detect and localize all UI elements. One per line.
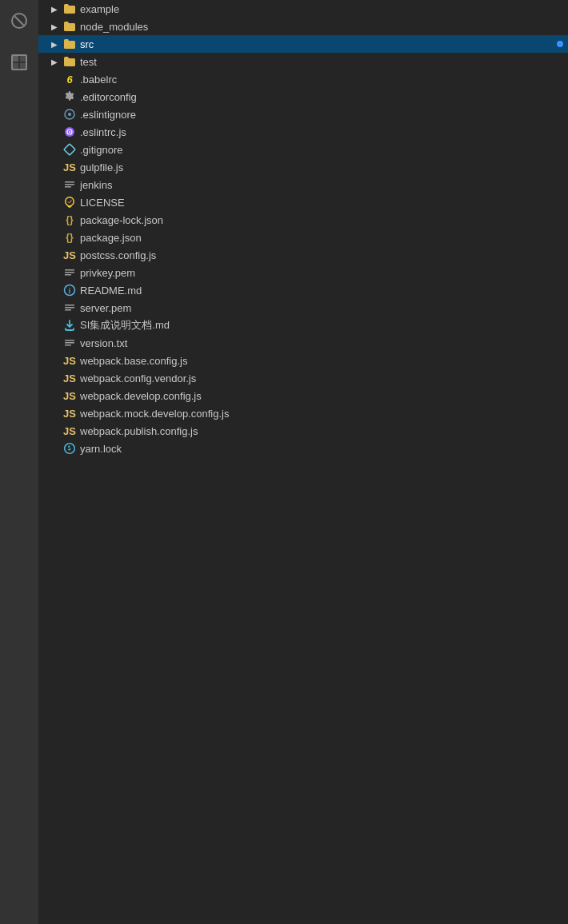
no-arrow <box>48 108 61 121</box>
file-postcss[interactable]: JS postcss.config.js <box>38 246 568 264</box>
file-label: src <box>80 38 557 50</box>
svg-rect-24 <box>65 340 74 341</box>
svg-rect-17 <box>65 272 74 273</box>
no-arrow <box>48 301 61 314</box>
file-label: version.txt <box>80 337 568 349</box>
text-icon <box>62 265 77 280</box>
no-arrow <box>48 266 61 279</box>
collapse-arrow: ▶ <box>48 20 61 33</box>
file-privkey[interactable]: privkey.pem <box>38 264 568 281</box>
file-gulpfile[interactable]: JS gulpfile.js <box>38 158 568 176</box>
no-arrow <box>48 424 61 437</box>
file-label: SI集成说明文档.md <box>80 318 568 333</box>
file-eslintrc[interactable]: .eslintrc.js <box>38 123 568 141</box>
file-label: example <box>80 3 568 15</box>
file-webpack-mock[interactable]: JS webpack.mock.develop.config.js <box>38 404 568 422</box>
file-label: .eslintrc.js <box>80 126 568 138</box>
no-arrow <box>48 442 61 455</box>
file-jenkins[interactable]: jenkins <box>38 176 568 193</box>
no-arrow <box>48 284 61 297</box>
file-label: webpack.mock.develop.config.js <box>80 408 568 420</box>
file-package-json[interactable]: {} package.json <box>38 229 568 246</box>
svg-rect-26 <box>65 345 71 346</box>
file-label: .gitignore <box>80 144 568 156</box>
file-license[interactable]: LICENSE <box>38 193 568 211</box>
file-server-pem[interactable]: server.pem <box>38 299 568 317</box>
readme-icon: i <box>62 283 77 297</box>
file-webpack-develop[interactable]: JS webpack.develop.config.js <box>38 387 568 404</box>
no-arrow <box>48 90 61 103</box>
file-label: package.json <box>80 232 568 244</box>
collapse-arrow: ▶ <box>48 2 61 15</box>
file-label: privkey.pem <box>80 267 568 279</box>
file-label: webpack.develop.config.js <box>80 390 568 402</box>
file-version[interactable]: version.txt <box>38 334 568 352</box>
no-arrow <box>48 213 61 226</box>
folder-node-modules[interactable]: ▶ node_modules <box>38 18 568 35</box>
file-label: LICENSE <box>80 197 568 209</box>
collapse-arrow: ▶ <box>48 55 61 68</box>
file-si-doc[interactable]: SI集成说明文档.md <box>38 317 568 334</box>
svg-point-11 <box>69 131 70 133</box>
file-webpack-base[interactable]: JS webpack.base.config.js <box>38 352 568 369</box>
svg-rect-16 <box>65 269 74 271</box>
license-icon <box>62 195 77 209</box>
svg-rect-14 <box>65 184 74 185</box>
folder-icon <box>62 19 77 34</box>
file-label: .editorconfig <box>80 91 568 103</box>
file-label: README.md <box>80 285 568 297</box>
file-yarn-lock[interactable]: yarn.lock <box>38 440 568 457</box>
json-icon: {} <box>62 213 77 227</box>
gear-icon <box>62 90 77 104</box>
file-webpack-vendor[interactable]: JS webpack.config.vendor.js <box>38 369 568 387</box>
svg-rect-18 <box>65 274 71 276</box>
no-arrow <box>48 354 61 367</box>
folder-icon <box>62 2 77 16</box>
svg-rect-6 <box>20 63 26 70</box>
svg-rect-12 <box>64 144 75 155</box>
no-arrow <box>48 337 61 349</box>
no-arrow <box>48 143 61 156</box>
folder-src[interactable]: ▶ src <box>38 35 568 53</box>
file-webpack-publish[interactable]: JS webpack.publish.config.js <box>38 422 568 440</box>
js-icon: JS <box>62 353 77 368</box>
svg-rect-4 <box>20 55 26 62</box>
download-icon <box>62 318 77 333</box>
file-readme[interactable]: i README.md <box>38 281 568 299</box>
no-arrow <box>48 196 61 209</box>
text-icon <box>62 301 77 315</box>
file-label: webpack.base.config.js <box>80 355 568 367</box>
svg-rect-15 <box>65 186 71 188</box>
no-arrow <box>48 73 61 86</box>
no-arrow <box>48 125 61 138</box>
eslint-ignore-icon <box>62 107 77 121</box>
file-label: gulpfile.js <box>80 161 568 173</box>
js-icon: JS <box>62 248 77 262</box>
file-label: jenkins <box>80 179 568 191</box>
svg-rect-5 <box>12 63 18 70</box>
eslint-icon <box>62 125 77 139</box>
folder-example[interactable]: ▶ example <box>38 0 568 18</box>
file-editorconfig[interactable]: .editorconfig <box>38 88 568 106</box>
svg-line-1 <box>15 17 24 26</box>
file-explorer: ▶ example ▶ node_modules ▶ src ▶ test 6 … <box>38 0 568 924</box>
folder-test[interactable]: ▶ test <box>38 53 568 70</box>
js-icon: JS <box>62 371 77 385</box>
svg-text:i: i <box>69 287 71 295</box>
file-eslintignore[interactable]: .eslintignore <box>38 106 568 123</box>
no-arrow <box>48 231 61 244</box>
git-icon <box>62 142 77 157</box>
layout-icon[interactable] <box>5 48 34 77</box>
file-label: webpack.publish.config.js <box>80 425 568 437</box>
file-label: postcss.config.js <box>80 249 568 261</box>
file-gitignore[interactable]: .gitignore <box>38 141 568 158</box>
file-label: .eslintignore <box>80 109 568 121</box>
file-babelrc[interactable]: 6 .babelrc <box>38 70 568 88</box>
collapse-arrow: ▶ <box>48 38 61 50</box>
svg-rect-22 <box>65 307 74 309</box>
js-icon: JS <box>62 406 77 420</box>
svg-point-8 <box>68 113 71 116</box>
file-label: yarn.lock <box>80 443 568 455</box>
no-symbol-icon[interactable] <box>5 6 34 35</box>
file-package-lock[interactable]: {} package-lock.json <box>38 211 568 229</box>
